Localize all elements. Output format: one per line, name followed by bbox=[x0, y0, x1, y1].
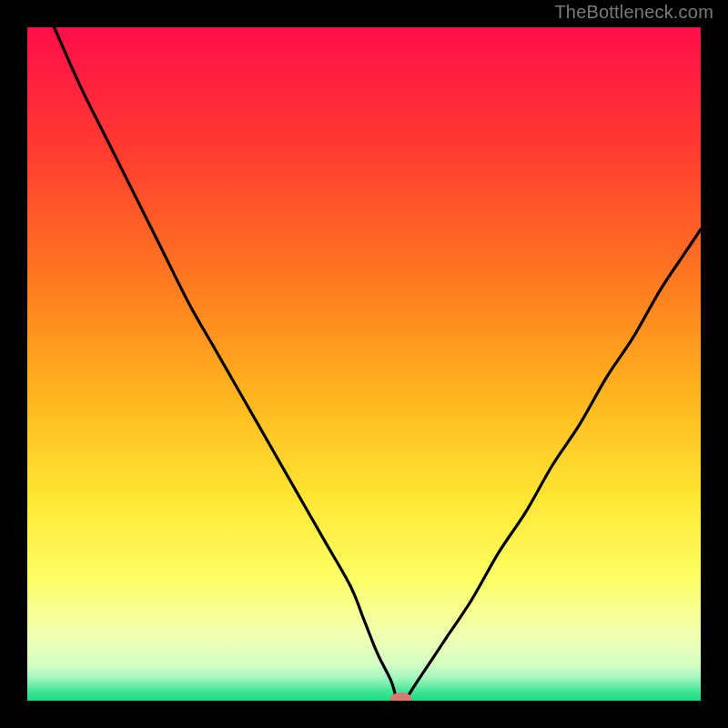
gradient-background bbox=[27, 27, 701, 701]
bottleneck-chart bbox=[0, 0, 728, 728]
chart-stage: TheBottleneck.com bbox=[0, 0, 728, 728]
watermark-text: TheBottleneck.com bbox=[554, 2, 713, 23]
optimal-marker bbox=[390, 693, 412, 705]
